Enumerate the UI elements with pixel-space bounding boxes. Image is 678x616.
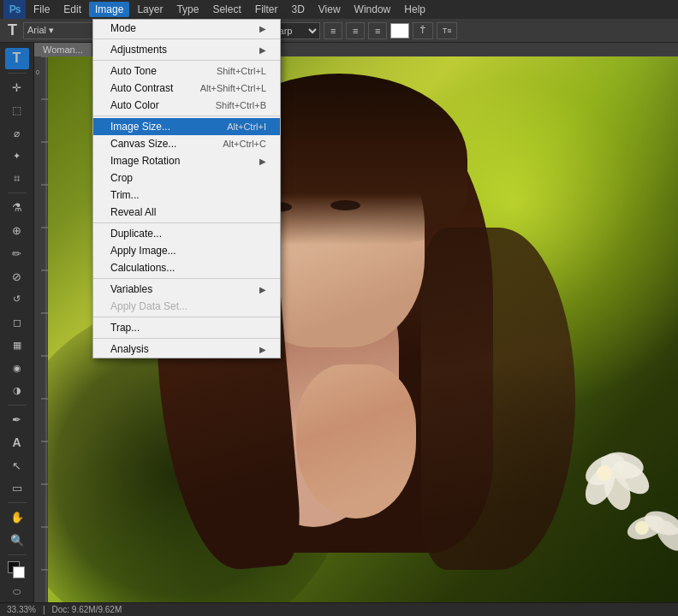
warp-text-btn[interactable]: T̃ bbox=[413, 22, 433, 39]
menu-edit[interactable]: Edit bbox=[57, 2, 87, 17]
path-select-btn[interactable]: ↖ bbox=[5, 455, 29, 477]
menu-item-crop[interactable]: Crop bbox=[93, 169, 280, 187]
mode-arrow: ▶ bbox=[259, 24, 266, 33]
toolbar-sep-4 bbox=[8, 502, 27, 503]
menu-item-analysis[interactable]: Analysis ▶ bbox=[93, 341, 280, 358]
sep-2 bbox=[93, 60, 280, 61]
adjustments-arrow: ▶ bbox=[259, 45, 266, 55]
menu-bar: Ps File Edit Image Layer Type Select Fil… bbox=[0, 0, 678, 19]
fg-bg-colors-btn[interactable] bbox=[5, 559, 29, 580]
toolbar: T ✛ ⬚ ⌀ ✦ ⌗ ⚗ ⊕ ✏ ⊘ ↺ ◻ ▦ ◉ ◑ ✒ A ↖ ▭ ✋ … bbox=[0, 43, 34, 602]
menu-item-image-size[interactable]: Image Size... Alt+Ctrl+I bbox=[93, 118, 280, 135]
quick-mask-btn[interactable]: ⬭ bbox=[5, 581, 29, 602]
right-eye-area bbox=[330, 200, 360, 210]
align-center-btn[interactable]: ≡ bbox=[346, 22, 365, 39]
eraser-tool-btn[interactable]: ◻ bbox=[5, 311, 29, 333]
ruler-left: 0 bbox=[34, 56, 48, 602]
canvas-size-shortcut: Alt+Ctrl+C bbox=[223, 139, 266, 149]
hand-tool-btn[interactable]: ✋ bbox=[5, 506, 29, 528]
image-rotation-arrow: ▶ bbox=[259, 157, 266, 166]
type-tool-btn[interactable]: T bbox=[5, 48, 29, 69]
text-tool-btn[interactable]: A bbox=[5, 432, 29, 453]
menu-item-reveal-all[interactable]: Reveal All bbox=[93, 204, 280, 221]
toolbar-sep-2 bbox=[8, 192, 27, 193]
tab-woman[interactable]: Woman... bbox=[34, 43, 92, 56]
doc-info: Doc: 9.62M/9.62M bbox=[52, 605, 122, 614]
menu-item-calculations[interactable]: Calculations... bbox=[93, 259, 280, 276]
auto-color-shortcut: Shift+Ctrl+B bbox=[216, 100, 266, 110]
menu-item-auto-tone[interactable]: Auto Tone Shift+Ctrl+L bbox=[93, 62, 280, 80]
image-menu-dropdown: Mode ▶ Adjustments ▶ Auto Tone Shift+Ctr… bbox=[92, 19, 281, 358]
svg-text:0: 0 bbox=[36, 69, 39, 75]
quick-select-btn[interactable]: ✦ bbox=[5, 145, 29, 167]
gradient-tool-btn[interactable]: ▦ bbox=[5, 335, 29, 356]
variables-arrow: ▶ bbox=[259, 285, 266, 294]
menu-item-apply-data-set[interactable]: Apply Data Set... bbox=[93, 298, 280, 315]
sep-1 bbox=[93, 38, 280, 39]
status-sep: | bbox=[43, 605, 45, 614]
menu-type[interactable]: Type bbox=[170, 2, 205, 17]
menu-item-apply-image[interactable]: Apply Image... bbox=[93, 242, 280, 259]
text-color-swatch[interactable] bbox=[390, 23, 409, 38]
menu-window[interactable]: Window bbox=[348, 2, 397, 17]
brush-tool-btn[interactable]: ✏ bbox=[5, 243, 29, 264]
character-panel-btn[interactable]: T≡ bbox=[437, 22, 457, 39]
menu-item-trap[interactable]: Trap... bbox=[93, 319, 280, 336]
move-tool-btn[interactable]: ✛ bbox=[5, 77, 29, 98]
history-brush-btn[interactable]: ↺ bbox=[5, 288, 29, 310]
type-tool-icon: T bbox=[5, 21, 20, 39]
menu-item-adjustments[interactable]: Adjustments ▶ bbox=[93, 41, 280, 58]
eyedropper-btn[interactable]: ⚗ bbox=[5, 197, 29, 218]
lasso-tool-btn[interactable]: ⌀ bbox=[5, 122, 29, 144]
healing-brush-btn[interactable]: ⊕ bbox=[5, 220, 29, 241]
menu-item-image-rotation[interactable]: Image Rotation ▶ bbox=[93, 152, 280, 169]
toolbar-sep-3 bbox=[8, 405, 27, 406]
menu-item-duplicate[interactable]: Duplicate... bbox=[93, 225, 280, 242]
align-right-btn[interactable]: ≡ bbox=[368, 22, 387, 39]
dodge-tool-btn[interactable]: ◑ bbox=[5, 381, 29, 402]
menu-filter[interactable]: Filter bbox=[249, 2, 284, 17]
menu-item-trim[interactable]: Trim... bbox=[93, 187, 280, 204]
hair-right bbox=[421, 228, 575, 570]
marquee-tool-btn[interactable]: ⬚ bbox=[5, 99, 29, 121]
menu-select[interactable]: Select bbox=[206, 2, 247, 17]
menu-layer[interactable]: Layer bbox=[131, 2, 169, 17]
analysis-arrow: ▶ bbox=[259, 345, 266, 354]
shape-tool-btn[interactable]: ▭ bbox=[5, 477, 29, 499]
menu-item-auto-color[interactable]: Auto Color Shift+Ctrl+B bbox=[93, 97, 280, 114]
auto-tone-shortcut: Shift+Ctrl+L bbox=[217, 66, 266, 76]
sep-6 bbox=[93, 317, 280, 317]
image-size-shortcut: Alt+Ctrl+I bbox=[227, 121, 266, 132]
menu-item-canvas-size[interactable]: Canvas Size... Alt+Ctrl+C bbox=[93, 135, 280, 152]
menu-image[interactable]: Image bbox=[89, 2, 129, 17]
menu-3d[interactable]: 3D bbox=[285, 2, 310, 17]
auto-contrast-shortcut: Alt+Shift+Ctrl+L bbox=[200, 83, 266, 93]
blur-tool-btn[interactable]: ◉ bbox=[5, 358, 29, 379]
pen-tool-btn[interactable]: ✒ bbox=[5, 409, 29, 430]
sep-7 bbox=[93, 338, 280, 339]
toolbar-sep-1 bbox=[8, 73, 27, 74]
sep-5 bbox=[93, 278, 280, 279]
flower-container bbox=[558, 440, 661, 594]
menu-item-auto-contrast[interactable]: Auto Contrast Alt+Shift+Ctrl+L bbox=[93, 80, 280, 97]
ruler-left-svg: 0 bbox=[34, 56, 48, 602]
status-bar: 33.33% | Doc: 9.62M/9.62M bbox=[0, 602, 678, 616]
menu-help[interactable]: Help bbox=[398, 2, 431, 17]
clone-stamp-btn[interactable]: ⊘ bbox=[5, 266, 29, 287]
zoom-level: 33.33% bbox=[7, 605, 36, 614]
sep-4 bbox=[93, 222, 280, 223]
ps-logo[interactable]: Ps bbox=[3, 0, 26, 19]
align-left-btn[interactable]: ≡ bbox=[324, 22, 342, 39]
menu-item-variables[interactable]: Variables ▶ bbox=[93, 281, 280, 298]
sep-3 bbox=[93, 116, 280, 116]
toolbar-sep-5 bbox=[8, 554, 27, 555]
crop-tool-btn[interactable]: ⌗ bbox=[5, 169, 29, 190]
menu-item-mode[interactable]: Mode ▶ bbox=[93, 20, 280, 37]
hand-area bbox=[296, 364, 416, 518]
menu-view[interactable]: View bbox=[312, 2, 347, 17]
zoom-tool-btn[interactable]: 🔍 bbox=[5, 530, 29, 551]
menu-file[interactable]: File bbox=[27, 2, 56, 17]
